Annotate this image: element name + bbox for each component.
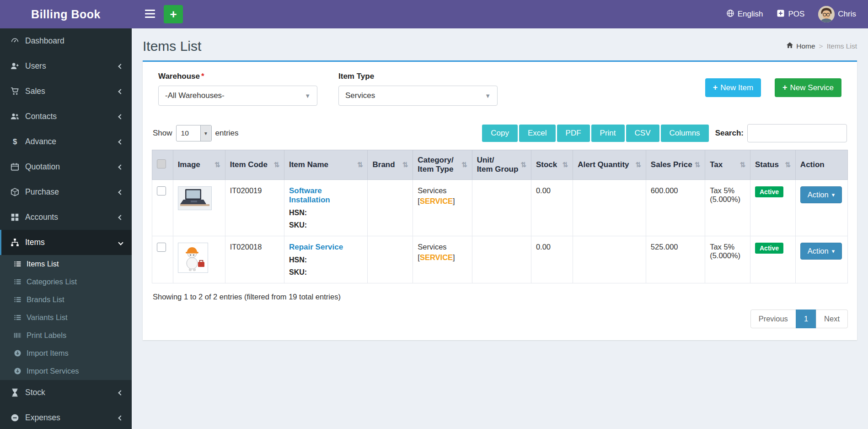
pos-label: POS (788, 10, 804, 19)
sidebar-item-sales[interactable]: Sales (0, 79, 132, 104)
sidebar-item-dashboard[interactable]: Dashboard (0, 28, 132, 54)
sort-icon[interactable]: ⇅ (563, 161, 568, 169)
excel-button[interactable]: Excel (519, 125, 556, 142)
sort-icon[interactable]: ⇅ (695, 161, 701, 169)
pdf-button[interactable]: PDF (557, 125, 590, 142)
sort-icon[interactable]: ⇅ (785, 161, 791, 169)
column-header-item-code[interactable]: Item Code⇅ (225, 150, 284, 180)
submenu-item-label: Items List (27, 260, 59, 268)
quick-add-button[interactable]: + (164, 5, 183, 23)
search-input[interactable] (747, 124, 847, 142)
item-name-link[interactable]: Software Installation (289, 186, 330, 204)
select-all-checkbox[interactable] (157, 159, 166, 168)
user-menu[interactable]: Chris (818, 6, 856, 22)
pos-icon (777, 9, 785, 20)
page-title: Items List (143, 38, 201, 54)
next-page-button[interactable]: Next (816, 310, 848, 328)
previous-page-button[interactable]: Previous (750, 310, 796, 328)
sidebar-item-purchase[interactable]: Purchase (0, 179, 132, 205)
status-badge: Active (755, 186, 783, 197)
submenu-item-variants-list[interactable]: Variants List (0, 309, 132, 326)
svg-text:$: $ (13, 137, 17, 146)
row-checkbox[interactable] (157, 243, 166, 252)
sidebar-item-quotation[interactable]: Quotation (0, 154, 132, 179)
item-type-select[interactable]: Services ▼ (338, 86, 498, 106)
sidebar-item-label: Accounts (25, 212, 58, 222)
column-header-sales-price[interactable]: Sales Price⇅ (646, 150, 705, 180)
sort-icon[interactable]: ⇅ (214, 161, 220, 169)
columns-button[interactable]: Columns (661, 125, 709, 142)
column-header-category[interactable]: Category/ Item Type⇅ (413, 150, 472, 180)
new-item-button[interactable]: + New Item (705, 78, 761, 97)
column-header-image[interactable]: Image⇅ (173, 150, 225, 180)
sidebar-item-items[interactable]: Items (0, 230, 132, 255)
accounts-icon (11, 213, 19, 222)
topbar: + English POS Chris (132, 0, 868, 28)
sidebar-item-accounts[interactable]: Accounts (0, 205, 132, 230)
sidebar-item-contacts[interactable]: Contacts (0, 104, 132, 129)
page-length-select[interactable]: 10 ▼ (176, 125, 212, 141)
search-label: Search: (715, 129, 744, 138)
copy-button[interactable]: Copy (482, 125, 518, 142)
app-logo[interactable]: Billing Book (0, 0, 132, 28)
sidebar: Dashboard Users Sales Contacts $ Advance… (0, 28, 132, 429)
new-service-button[interactable]: + New Service (775, 78, 841, 97)
submenu-item-label: Import Services (27, 367, 79, 375)
sales-price-cell: 600.000 (646, 180, 705, 236)
sort-icon[interactable]: ⇅ (273, 161, 279, 169)
submenu-item-items-list[interactable]: Items List (0, 255, 132, 273)
column-header-item-name[interactable]: Item Name⇅ (284, 150, 368, 180)
item-type-selected-value: Services (345, 91, 375, 100)
sort-icon[interactable]: ⇅ (739, 161, 745, 169)
sidebar-item-expenses[interactable]: Expenses (0, 405, 132, 429)
sort-icon[interactable]: ⇅ (520, 161, 526, 169)
item-image[interactable] (178, 186, 212, 210)
new-item-label: New Item (720, 83, 753, 92)
sidebar-item-label: Dashboard (25, 36, 64, 46)
item-image[interactable] (178, 243, 208, 273)
column-header-alert-quantity[interactable]: Alert Quantity⇅ (573, 150, 646, 180)
sort-icon[interactable]: ⇅ (402, 161, 408, 169)
hamburger-icon (145, 10, 155, 19)
submenu-item-print-labels[interactable]: Print Labels (0, 326, 132, 344)
print-button[interactable]: Print (591, 125, 625, 142)
sidebar-item-users[interactable]: Users (0, 54, 132, 79)
warehouse-label: Warehouse* (158, 72, 317, 81)
action-button[interactable]: Action ▾ (800, 243, 842, 260)
column-header-stock[interactable]: Stock⇅ (531, 150, 573, 180)
sort-icon[interactable]: ⇅ (461, 161, 467, 169)
main-content: Items List Home > Items List Warehouse* (132, 28, 868, 429)
csv-button[interactable]: CSV (626, 125, 659, 142)
stock-cell: 0.00 (531, 180, 573, 236)
warehouse-select[interactable]: -All Warehouses- ▼ (158, 86, 317, 106)
submenu-item-import-items[interactable]: Import Items (0, 344, 132, 362)
brand-cell (368, 236, 413, 283)
column-header-brand[interactable]: Brand⇅ (368, 150, 413, 180)
list-icon (14, 314, 21, 321)
stock-icon (11, 388, 19, 397)
sidebar-item-stock[interactable]: Stock (0, 380, 132, 405)
table-info: Showing 1 to 2 of 2 entries (filtered fr… (152, 293, 848, 301)
submenu-item-categories-list[interactable]: Categories List (0, 273, 132, 291)
home-icon (786, 42, 793, 51)
row-checkbox[interactable] (157, 186, 166, 195)
purchase-icon (11, 188, 19, 196)
breadcrumb-home-link[interactable]: Home (786, 42, 815, 51)
chevron-left-icon (118, 215, 123, 220)
plus-icon: + (782, 83, 788, 92)
sidebar-item-advance[interactable]: $ Advance (0, 129, 132, 154)
item-name-link[interactable]: Repair Service (289, 243, 343, 251)
language-label: English (738, 10, 763, 19)
menu-toggle-button[interactable] (140, 4, 160, 24)
column-header-unit[interactable]: Unit/ Item Group⇅ (472, 150, 531, 180)
page-number-button[interactable]: 1 (796, 310, 816, 328)
action-button[interactable]: Action ▾ (800, 186, 842, 203)
sort-icon[interactable]: ⇅ (357, 161, 363, 169)
language-selector[interactable]: English (726, 9, 763, 20)
pos-button[interactable]: POS (777, 9, 804, 20)
submenu-item-import-services[interactable]: Import Services (0, 362, 132, 380)
column-header-tax[interactable]: Tax⇅ (705, 150, 750, 180)
submenu-item-brands-list[interactable]: Brands List (0, 291, 132, 309)
column-header-status[interactable]: Status⇅ (750, 150, 796, 180)
sort-icon[interactable]: ⇅ (635, 161, 641, 169)
